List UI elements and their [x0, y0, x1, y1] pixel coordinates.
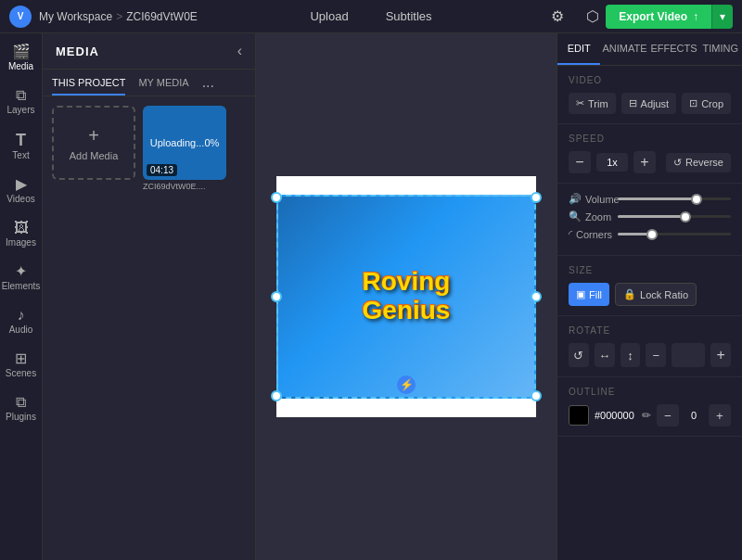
sidebar-item-text[interactable]: T Text [2, 124, 41, 168]
export-btn-group: Export Video ↑ ▾ [606, 5, 733, 29]
resize-handle-br[interactable] [531, 390, 542, 401]
resize-handle-bl[interactable] [271, 390, 282, 401]
videos-icon: ▶ [16, 177, 27, 192]
sidebar-item-images[interactable]: 🖼 Images [2, 213, 41, 255]
lock-icon: 🔒 [623, 288, 636, 300]
corners-row: ◜ Corners [569, 228, 731, 240]
images-icon: 🖼 [14, 221, 29, 235]
workspace-name: My Workspace [39, 10, 112, 23]
tab-my-media[interactable]: MY MEDIA [138, 77, 188, 95]
tab-edit[interactable]: EDIT [557, 33, 600, 65]
size-row: ▣ Fill 🔒 Lock Ratio [569, 283, 731, 306]
volume-icon: 🔊 [569, 193, 582, 205]
outline-section: OUTLINE #000000 ✏ − 0 + [557, 377, 742, 437]
media-icon: 🎬 [12, 45, 31, 59]
resize-handle-ml[interactable] [271, 291, 282, 302]
adjust-icon: ⊟ [629, 97, 637, 109]
size-section-title: SIZE [569, 265, 731, 275]
export-upload-icon: ↑ [693, 10, 698, 23]
resize-handle-mr[interactable] [531, 291, 542, 302]
fill-button[interactable]: ▣ Fill [569, 283, 609, 306]
subtitles-button[interactable]: Subtitles [377, 6, 441, 27]
zoom-icon: 🔍 [569, 210, 582, 223]
speed-decrease-button[interactable]: − [569, 151, 591, 173]
media-panel-close-button[interactable]: ‹ [237, 43, 242, 59]
resize-handle-tl[interactable] [271, 192, 282, 203]
settings-icon[interactable]: ⚙ [544, 4, 570, 30]
zoom-row: 🔍 Zoom [569, 210, 731, 223]
media-more-button[interactable]: ··· [202, 77, 214, 95]
corners-label: ◜ Corners [569, 228, 610, 240]
media-item-name: ZCI69dVtW0E.... [143, 182, 226, 191]
lock-ratio-button[interactable]: 🔒 Lock Ratio [615, 283, 697, 306]
main-layout: 🎬 Media ⧉ Layers T Text ▶ Videos 🖼 Image… [0, 33, 742, 560]
speed-increase-button[interactable]: + [633, 151, 656, 173]
topbar: V My Workspace > ZCI69dVtW0E Upload Subt… [0, 0, 742, 33]
outline-row: #000000 ✏ − 0 + [569, 404, 731, 426]
corners-icon: ◜ [569, 228, 572, 240]
rotate-row: ↺ ↔ ↕ − 0° + [569, 343, 731, 367]
flip-h-button[interactable]: ↔ [595, 343, 615, 367]
trim-icon: ✂ [576, 97, 584, 109]
scenes-icon: ⊞ [15, 351, 27, 366]
canvas-area: Roving Genius ⚡ [256, 33, 556, 560]
tab-this-project[interactable]: THIS PROJECT [52, 77, 125, 95]
outline-section-title: OUTLINE [569, 387, 731, 397]
layers-icon: ⧉ [16, 88, 26, 103]
sidebar-label-scenes: Scenes [6, 368, 36, 378]
outline-decrease-button[interactable]: − [657, 404, 679, 426]
sliders-section: 🔊 Volume 🔍 Zoom [557, 184, 742, 256]
share-icon[interactable]: ⬡ [580, 4, 606, 30]
outline-edit-button[interactable]: ✏ [642, 409, 651, 422]
sidebar-item-elements[interactable]: ✦ Elements [2, 257, 41, 299]
upload-button[interactable]: Upload [301, 6, 357, 27]
export-video-button[interactable]: Export Video ↑ [606, 5, 711, 29]
media-tabs: THIS PROJECT MY MEDIA ··· [43, 70, 255, 96]
zoom-label: 🔍 Zoom [569, 210, 610, 223]
add-media-box[interactable]: + Add Media [52, 106, 135, 191]
sidebar-item-plugins[interactable]: ⧉ Plugins [2, 388, 41, 429]
topbar-icons: ⚙ ⬡ [544, 4, 606, 30]
sidebar-label-text: Text [12, 150, 29, 160]
flip-v-button[interactable]: ↕ [620, 343, 641, 367]
sidebar-label-videos: Videos [6, 194, 34, 204]
sidebar-label-plugins: Plugins [6, 412, 36, 422]
media-content: + Add Media Uploading...0% 04:13 ZCI69dV… [43, 96, 255, 560]
sidebar-item-audio[interactable]: ♪ Audio [2, 300, 41, 342]
right-tabs: EDIT ANIMATE EFFECTS TIMING [557, 33, 742, 66]
sidebar-item-media[interactable]: 🎬 Media [2, 37, 41, 79]
canvas-title: Roving Genius [363, 268, 451, 325]
elements-icon: ✦ [15, 264, 27, 279]
sidebar-item-scenes[interactable]: ⊞ Scenes [2, 344, 41, 386]
sidebar-item-videos[interactable]: ▶ Videos [2, 170, 41, 211]
speed-row: − 1x + ↺ Reverse [569, 151, 731, 173]
text-icon: T [16, 132, 26, 148]
rotate-value-input[interactable]: 0° [672, 343, 705, 367]
sidebar-item-layers[interactable]: ⧉ Layers [2, 81, 41, 122]
tab-effects[interactable]: EFFECTS [648, 33, 698, 65]
rotate-ccw-button[interactable]: ↺ [569, 343, 589, 367]
media-panel: MEDIA ‹ THIS PROJECT MY MEDIA ··· + Add … [43, 33, 256, 560]
video-btn-row: ✂ Trim ⊟ Adjust ⊡ Crop [569, 93, 731, 114]
trim-button[interactable]: ✂ Trim [569, 93, 616, 114]
rotate-section: ROTATE ↺ ↔ ↕ − 0° + [557, 316, 742, 377]
media-item[interactable]: Uploading...0% 04:13 ZCI69dVtW0E.... [143, 106, 226, 191]
speed-value: 1x [596, 153, 628, 172]
reverse-button[interactable]: ↺ Reverse [666, 153, 731, 172]
rotate-plus-button[interactable]: + [710, 343, 731, 367]
app-logo: V [9, 6, 32, 28]
canvas-video[interactable]: Roving Genius [276, 195, 536, 399]
adjust-button[interactable]: ⊟ Adjust [621, 93, 677, 114]
outline-increase-button[interactable]: + [709, 404, 731, 426]
zoom-slider[interactable] [618, 215, 731, 218]
outline-color-swatch[interactable] [569, 405, 589, 426]
export-dropdown-button[interactable]: ▾ [711, 5, 733, 29]
tab-timing[interactable]: TIMING [699, 33, 742, 65]
corners-slider[interactable] [618, 233, 731, 235]
crop-button[interactable]: ⊡ Crop [682, 93, 731, 114]
tab-animate[interactable]: ANIMATE [600, 33, 648, 65]
resize-handle-tr[interactable] [531, 192, 542, 203]
project-id: ZCI69dVtW0E [126, 10, 198, 23]
rotate-minus-button[interactable]: − [646, 343, 666, 367]
volume-slider[interactable] [618, 197, 731, 200]
